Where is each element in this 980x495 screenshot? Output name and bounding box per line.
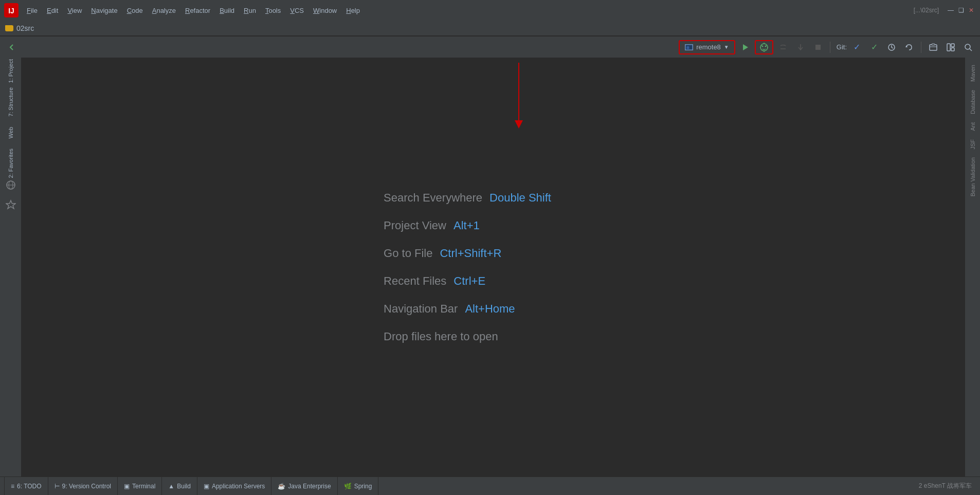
left-sidebar: 1: Project 7: Structure Web 2: Favorites: [0, 58, 22, 476]
bottom-terminal[interactable]: ▣ Terminal: [118, 477, 162, 495]
toolbar: ⊞ remote8 ▼ Git: ✓ ✓: [0, 36, 980, 58]
java-enterprise-label: Java Enterprise: [288, 483, 331, 490]
hint-shortcut-goto: Ctrl+Shift+R: [440, 247, 501, 260]
search-everywhere-button[interactable]: [960, 40, 976, 54]
sidebar-item-database[interactable]: Database: [968, 87, 977, 117]
svg-text:IJ: IJ: [8, 7, 14, 15]
svg-rect-9: [815, 45, 821, 50]
terminal-label: Terminal: [132, 483, 155, 490]
folder-icon: [5, 25, 13, 31]
bottom-version-control[interactable]: ⊢ 9: Version Control: [48, 477, 118, 495]
right-sidebar: Maven Database Ant JSF Bean Validation: [965, 58, 980, 476]
menu-analyze[interactable]: Analyze: [148, 5, 180, 16]
bottom-spring[interactable]: 🌿 Spring: [338, 477, 379, 495]
run-config-selector[interactable]: ⊞ remote8 ▼: [679, 40, 735, 54]
svg-marker-22: [6, 200, 15, 209]
spring-icon: 🌿: [344, 483, 352, 490]
stop-button[interactable]: [810, 40, 826, 54]
layout-button[interactable]: [943, 40, 958, 54]
menu-refactor[interactable]: Refactor: [181, 5, 214, 16]
menu-code[interactable]: Code: [123, 5, 147, 16]
hint-label-drop: Drop files here to open: [384, 330, 498, 343]
bottom-app-servers[interactable]: ▣ Application Servers: [197, 477, 271, 495]
hint-shortcut-nav: Alt+Home: [465, 302, 515, 316]
svg-rect-16: [951, 48, 954, 51]
close-button[interactable]: ✕: [967, 6, 976, 15]
svg-marker-4: [743, 44, 748, 50]
title-bar: IJ File Edit View Navigate Code Analyze …: [0, 0, 980, 21]
menu-view[interactable]: View: [63, 5, 86, 16]
sidebar-item-maven[interactable]: Maven: [968, 62, 977, 85]
favorites-panel-label[interactable]: 2: Favorites: [6, 145, 15, 181]
menu-help[interactable]: Help: [342, 5, 364, 16]
git-history-button[interactable]: [884, 40, 899, 54]
version-control-label: 9: Version Control: [62, 483, 111, 490]
debug-button[interactable]: [755, 40, 773, 54]
app-servers-icon: ▣: [204, 483, 209, 490]
menu-tools[interactable]: Tools: [261, 5, 285, 16]
menu-navigate[interactable]: Navigate: [87, 5, 121, 16]
sidebar-item-structure[interactable]: 7: Structure: [2, 93, 20, 111]
file-manager-button[interactable]: [925, 40, 941, 54]
project-name: 02src: [16, 24, 34, 32]
hint-shortcut-project: Alt+1: [453, 219, 480, 232]
menu-run[interactable]: Run: [240, 5, 260, 16]
svg-rect-15: [951, 44, 954, 47]
run-config-dropdown-icon[interactable]: ▼: [724, 44, 729, 50]
svg-rect-14: [947, 44, 950, 51]
restore-button[interactable]: ❑: [956, 6, 966, 15]
svg-point-17: [965, 44, 970, 49]
run-config-label: remote8: [696, 43, 721, 51]
hint-label-search: Search Everywhere: [384, 191, 482, 205]
hint-drop-files: Drop files here to open: [384, 330, 551, 343]
bottom-build[interactable]: ▲ Build: [162, 477, 197, 495]
annotation-arrow: [503, 63, 534, 135]
hint-shortcut-recent: Ctrl+E: [453, 274, 485, 288]
hint-shortcut-search: Double Shift: [489, 191, 551, 205]
hint-label-recent: Recent Files: [384, 274, 446, 288]
todo-label: 6: TODO: [17, 483, 42, 490]
hint-go-to-file: Go to File Ctrl+Shift+R: [384, 247, 551, 260]
menu-build[interactable]: Build: [215, 5, 239, 16]
git-rollback-button[interactable]: [901, 40, 917, 54]
bottom-java-enterprise[interactable]: ☕ Java Enterprise: [271, 477, 337, 495]
hint-label-goto: Go to File: [384, 247, 432, 260]
hint-project-view: Project View Alt+1: [384, 219, 551, 232]
back-button[interactable]: [4, 40, 20, 54]
run-button[interactable]: [737, 40, 753, 54]
git-commit-button[interactable]: ✓: [866, 40, 882, 54]
hint-search-everywhere: Search Everywhere Double Shift: [384, 191, 551, 205]
web-panel-label[interactable]: Web: [6, 124, 15, 141]
menu-file[interactable]: File: [23, 5, 42, 16]
sidebar-item-project[interactable]: 1: Project: [2, 62, 20, 80]
menu-edit[interactable]: Edit: [43, 5, 62, 16]
svg-line-18: [970, 49, 972, 51]
svg-rect-12: [930, 45, 937, 50]
bottom-todo[interactable]: ≡ 6: TODO: [4, 477, 48, 495]
java-enterprise-icon: ☕: [278, 483, 285, 490]
bottom-right-text: 2 eShenT 战将军车: [919, 482, 972, 490]
bottom-toolbar: ≡ 6: TODO ⊢ 9: Version Control ▣ Termina…: [0, 476, 980, 495]
step-over-button[interactable]: [775, 40, 791, 54]
sidebar-item-jsf[interactable]: JSF: [968, 136, 977, 153]
sidebar-item-bean-validation[interactable]: Bean Validation: [968, 154, 977, 199]
hint-list: Search Everywhere Double Shift Project V…: [384, 191, 551, 343]
menu-window[interactable]: Window: [309, 5, 341, 16]
step-into-button[interactable]: [793, 40, 808, 54]
menu-vcs[interactable]: VCS: [286, 5, 308, 16]
build-icon: ▲: [168, 483, 174, 490]
minimize-button[interactable]: —: [946, 6, 955, 15]
sidebar-item-favorites[interactable]: 2: Favorites: [2, 154, 20, 173]
toolbar-separator-1: [830, 42, 830, 53]
sidebar-item-web[interactable]: Web: [2, 123, 20, 142]
build-label: Build: [177, 483, 191, 490]
structure-panel-label[interactable]: 7: Structure: [6, 84, 15, 120]
hint-label-nav: Navigation Bar: [384, 302, 458, 316]
bottom-right-info: 2 eShenT 战将军车: [915, 482, 976, 490]
git-update-button[interactable]: ✓: [849, 40, 864, 54]
hint-navigation-bar: Navigation Bar Alt+Home: [384, 302, 551, 316]
star-icon[interactable]: [2, 195, 20, 214]
toolbar-separator-2: [921, 42, 921, 53]
project-panel-label[interactable]: 1: Project: [6, 56, 15, 86]
sidebar-item-ant[interactable]: Ant: [968, 119, 977, 134]
